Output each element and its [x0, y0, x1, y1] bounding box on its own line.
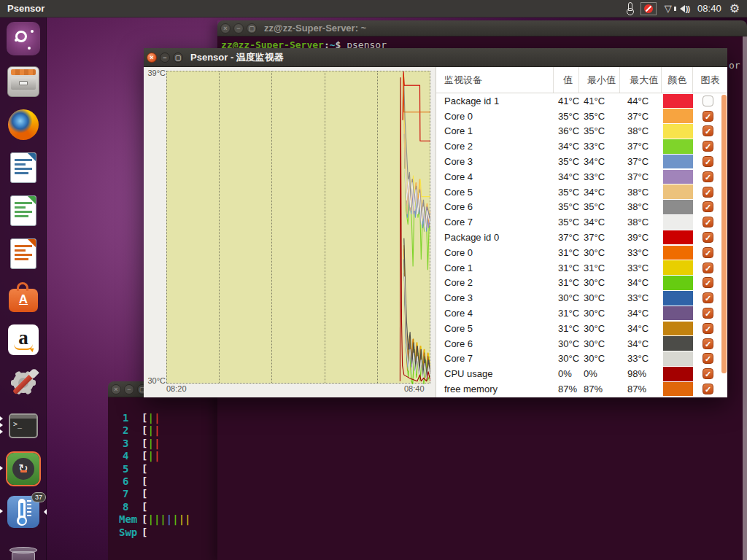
graph-checkbox[interactable]: ✓ — [703, 111, 713, 122]
sensor-row[interactable]: Core 531°C30°C34°C✓ — [436, 321, 727, 336]
graph-checkbox[interactable] — [703, 96, 713, 106]
launcher-item-settings[interactable] — [0, 364, 47, 405]
maximize-icon[interactable]: ▢ — [247, 23, 257, 34]
sensor-row[interactable]: Core 434°C33°C37°C✓ — [436, 169, 727, 184]
launcher-item-amazon[interactable]: a — [0, 321, 47, 362]
graph-checkbox[interactable]: ✓ — [703, 232, 713, 243]
minimize-icon[interactable]: − — [233, 23, 244, 34]
sensor-row[interactable]: CPU usage0%0%98%✓ — [436, 366, 727, 381]
sensor-row[interactable]: Core 630°C30°C34°C✓ — [436, 336, 727, 351]
sensor-color-swatch[interactable] — [663, 215, 693, 230]
graph-checkbox[interactable]: ✓ — [703, 323, 713, 334]
sensor-row[interactable]: Core 330°C30°C33°C✓ — [436, 290, 727, 306]
sensor-color-swatch[interactable] — [663, 109, 693, 123]
sensor-row[interactable]: Core 535°C34°C38°C✓ — [436, 184, 727, 200]
minimize-icon[interactable]: − — [160, 52, 170, 63]
graph-checkbox[interactable]: ✓ — [703, 353, 713, 364]
graph-checkbox[interactable]: ✓ — [703, 171, 713, 182]
graph-checkbox[interactable]: ✓ — [703, 156, 713, 167]
col-header-device[interactable]: 监视设备 — [436, 67, 554, 93]
launcher-item-dash[interactable] — [0, 20, 47, 61]
sensor-row[interactable]: Core 035°C35°C37°C✓ — [436, 109, 727, 124]
sensor-color-swatch[interactable] — [663, 200, 693, 214]
graph-checkbox[interactable]: ✓ — [703, 292, 713, 303]
graph-checkbox[interactable]: ✓ — [703, 262, 713, 273]
col-header-graph[interactable]: 图表 — [693, 67, 727, 93]
sensor-row[interactable]: Core 136°C35°C38°C✓ — [436, 124, 727, 139]
psensor-window[interactable]: × − ▢ Psensor - 温度监视器 39°C 30°C 08:20 08… — [144, 48, 727, 397]
sensor-row[interactable]: Core 131°C31°C33°C✓ — [436, 260, 727, 276]
sensor-color-swatch[interactable] — [663, 306, 693, 321]
sensor-color-swatch[interactable] — [663, 139, 693, 154]
graph-checkbox[interactable]: ✓ — [703, 384, 713, 394]
sensor-color-swatch[interactable] — [663, 276, 693, 290]
sensor-row[interactable]: Core 234°C33°C37°C✓ — [436, 139, 727, 154]
launcher-item-terminal[interactable]: >_ — [0, 407, 47, 448]
sensor-table-header[interactable]: 监视设备 值 最小值 最大值 颜色 图表 — [436, 67, 727, 93]
sensor-row[interactable]: free memory87%87%87%✓ — [436, 381, 727, 397]
sensor-color-swatch[interactable] — [663, 184, 693, 199]
sensor-color-swatch[interactable] — [663, 94, 693, 109]
table-scrollbar-thumb[interactable] — [721, 95, 727, 373]
thermometer-icon[interactable] — [628, 2, 632, 11]
sensor-row[interactable]: Core 635°C35°C38°C✓ — [436, 200, 727, 215]
close-icon[interactable]: × — [220, 23, 231, 34]
launcher-item-lo-calc[interactable] — [0, 192, 47, 233]
launcher-item-files[interactable] — [0, 63, 47, 104]
gear-icon[interactable]: ⚙ — [729, 3, 740, 15]
launcher-item-trash[interactable] — [0, 536, 47, 560]
launcher-item-firefox[interactable] — [0, 106, 47, 147]
sensor-row[interactable]: Package id 141°C41°C44°C — [436, 93, 727, 109]
graph-checkbox[interactable]: ✓ — [703, 125, 713, 136]
graph-checkbox[interactable]: ✓ — [703, 187, 713, 198]
sensor-row[interactable]: Core 730°C30°C33°C✓ — [436, 351, 727, 367]
col-header-color[interactable]: 颜色 — [662, 67, 693, 93]
sensor-row[interactable]: Core 231°C30°C34°C✓ — [436, 276, 727, 291]
sensor-color-swatch[interactable] — [663, 351, 693, 366]
launcher-item-lo-writer[interactable] — [0, 149, 47, 190]
sensor-color-swatch[interactable] — [663, 155, 693, 169]
close-icon[interactable]: × — [147, 52, 157, 63]
terminal-scrollbar[interactable] — [743, 36, 747, 560]
alert-icon[interactable] — [640, 2, 657, 15]
minimize-icon[interactable]: − — [124, 384, 134, 394]
launcher-item-updater[interactable]: ↻ — [0, 450, 47, 491]
sensor-color-swatch[interactable] — [663, 170, 693, 184]
graph-checkbox[interactable]: ✓ — [703, 277, 713, 288]
launcher-item-lo-impress[interactable] — [0, 235, 47, 276]
psensor-titlebar[interactable]: × − ▢ Psensor - 温度监视器 — [144, 48, 727, 67]
col-header-value[interactable]: 值 — [554, 67, 579, 93]
sensor-color-swatch[interactable] — [663, 260, 693, 275]
sensor-color-swatch[interactable] — [663, 230, 693, 245]
sensor-row[interactable]: Core 031°C30°C33°C✓ — [436, 245, 727, 260]
sensor-row[interactable]: Core 335°C34°C37°C✓ — [436, 154, 727, 169]
graph-checkbox[interactable]: ✓ — [703, 368, 713, 379]
col-header-max[interactable]: 最大值 — [620, 67, 662, 93]
sensor-color-swatch[interactable] — [663, 246, 693, 260]
launcher-item-psensor[interactable]: 37 — [0, 493, 47, 534]
volume-icon[interactable]: )) — [680, 4, 689, 13]
clock[interactable]: 08:40 — [697, 3, 721, 14]
graph-checkbox[interactable]: ✓ — [703, 308, 713, 319]
network-icon[interactable]: ▽ — [665, 4, 672, 13]
launcher-item-software[interactable]: A — [0, 278, 47, 319]
graph-checkbox[interactable]: ✓ — [703, 141, 713, 152]
sensor-color-swatch[interactable] — [663, 322, 693, 336]
graph-checkbox[interactable]: ✓ — [703, 217, 713, 228]
terminal-titlebar[interactable]: × − ▢ zz@zz-Super-Server: ~ — [217, 20, 747, 36]
sensor-row[interactable]: Core 431°C30°C34°C✓ — [436, 306, 727, 321]
sensor-row[interactable]: Core 735°C34°C38°C✓ — [436, 214, 727, 230]
col-header-min[interactable]: 最小值 — [579, 67, 621, 93]
close-icon[interactable]: × — [111, 384, 121, 394]
graph-checkbox[interactable]: ✓ — [703, 338, 713, 349]
sensor-color-swatch[interactable] — [663, 291, 693, 306]
sensor-table[interactable]: 监视设备 值 最小值 最大值 颜色 图表 Package id 141°C41°… — [436, 67, 727, 397]
sensor-color-swatch[interactable] — [663, 367, 693, 381]
sensor-color-swatch[interactable] — [663, 124, 693, 139]
sensor-row[interactable]: Package id 037°C37°C39°C✓ — [436, 230, 727, 245]
graph-checkbox[interactable]: ✓ — [703, 247, 713, 258]
sensor-color-swatch[interactable] — [663, 382, 693, 397]
graph-checkbox[interactable]: ✓ — [703, 201, 713, 212]
maximize-icon[interactable]: ▢ — [173, 52, 183, 63]
sensor-color-swatch[interactable] — [663, 336, 693, 351]
